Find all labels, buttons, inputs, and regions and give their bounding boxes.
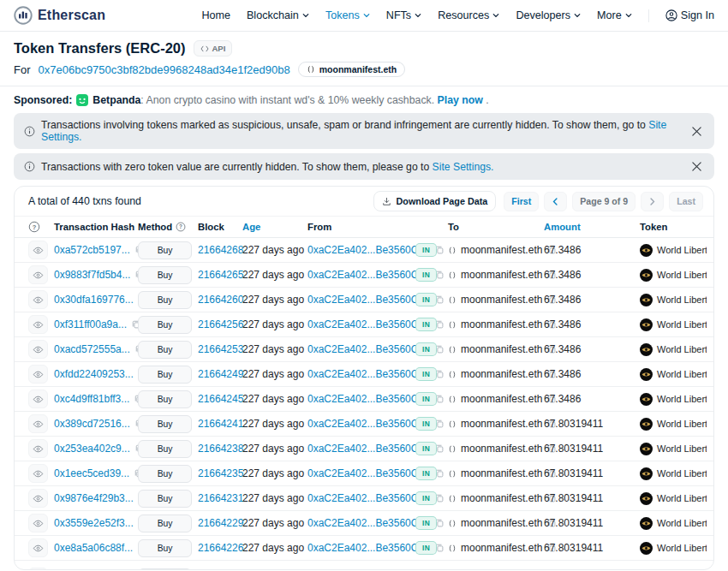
block-link[interactable]: 21664268	[198, 244, 243, 256]
play-now-link[interactable]: Play now	[438, 94, 483, 106]
transaction-hash-link[interactable]: 0x1eec5ced39...	[54, 467, 129, 479]
advertiser-link[interactable]: Betpanda	[92, 94, 140, 106]
transaction-hash-link[interactable]: 0xacd572555a...	[54, 343, 130, 355]
nav-nfts[interactable]: NFTs	[386, 9, 421, 21]
token-name-link[interactable]: World Libert...	[657, 493, 707, 503]
method-badge[interactable]: Buy	[138, 440, 192, 458]
block-link[interactable]: 21664229	[198, 517, 243, 529]
from-address-link[interactable]: 0xaC2Ea402...Be3560C22	[307, 269, 430, 281]
eye-preview-button[interactable]	[28, 365, 48, 384]
method-badge[interactable]: Buy	[138, 266, 192, 284]
address-link[interactable]: 0x7e06bc9750c3bf82bde9968248ad34e1f2ed90…	[39, 63, 290, 76]
from-address-link[interactable]: 0xaC2Ea402...Be3560C22	[307, 517, 430, 529]
method-badge[interactable]: Buy	[138, 341, 192, 359]
token-name-link[interactable]: World Libert...	[657, 294, 707, 305]
method-badge[interactable]: Buy	[138, 490, 192, 508]
block-link[interactable]: 21664260	[198, 294, 243, 306]
transaction-hash-link[interactable]: 0x9883f7fd5b4...	[54, 269, 130, 281]
method-badge[interactable]: Buy	[138, 415, 192, 433]
block-link[interactable]: 21664241	[198, 418, 243, 430]
nav-tokens[interactable]: Tokens	[325, 9, 370, 21]
from-address-link[interactable]: 0xaC2Ea402...Be3560C22	[307, 542, 430, 554]
eye-preview-button[interactable]	[28, 514, 48, 532]
transaction-hash-link[interactable]: 0xf311ff00a9a...	[54, 318, 127, 330]
method-badge[interactable]	[138, 568, 192, 570]
transaction-hash-link[interactable]: 0x30dfa169776...	[54, 294, 134, 306]
block-link[interactable]: 21664231	[198, 492, 243, 504]
token-name-link[interactable]: World Libert...	[657, 245, 707, 255]
nav-blockchain[interactable]: Blockchain	[247, 9, 309, 21]
site-settings-link[interactable]: Site Settings.	[433, 161, 494, 173]
token-name-link[interactable]: World Libert...	[657, 468, 707, 479]
block-link[interactable]: 21664249	[198, 368, 243, 380]
to-ens-link[interactable]: moonmanifest.eth	[461, 517, 542, 529]
nav-more[interactable]: More	[597, 9, 632, 21]
to-ens-link[interactable]: moonmanifest.eth	[461, 343, 542, 355]
from-address-link[interactable]: 0xaC2Ea402...Be3560C22	[307, 244, 430, 256]
transaction-hash-link[interactable]: 0x3559e2e52f3...	[54, 517, 134, 529]
to-ens-link[interactable]: moonmanifest.eth	[461, 467, 542, 479]
pagination-prev-button[interactable]	[544, 192, 567, 211]
token-name-link[interactable]: World Libert...	[657, 419, 707, 429]
block-link[interactable]: 21664226	[198, 542, 243, 554]
block-link[interactable]: 21664265	[198, 269, 243, 281]
sign-in-button[interactable]: Sign In	[665, 9, 714, 21]
download-page-data-button[interactable]: Download Page Data	[373, 191, 497, 211]
to-ens-link[interactable]: moonmanifest.eth	[461, 244, 542, 256]
method-badge[interactable]: Buy	[138, 366, 192, 384]
eye-preview-button[interactable]	[28, 390, 48, 408]
eye-preview-button[interactable]	[28, 241, 48, 259]
token-name-link[interactable]: World Libert...	[657, 443, 707, 454]
close-icon[interactable]	[689, 124, 704, 139]
to-ens-link[interactable]: moonmanifest.eth	[461, 393, 542, 405]
to-ens-link[interactable]: moonmanifest.eth	[461, 294, 542, 306]
token-name-link[interactable]: World Libert...	[657, 543, 707, 553]
from-address-link[interactable]: 0xaC2Ea402...Be3560C22	[307, 443, 430, 455]
token-name-link[interactable]: World Libert...	[657, 394, 707, 404]
close-icon[interactable]	[689, 159, 704, 174]
eye-preview-button[interactable]	[28, 439, 48, 458]
transaction-hash-link[interactable]: 0xc4d9ff81bff3...	[54, 393, 129, 405]
eye-preview-button[interactable]	[28, 568, 48, 569]
from-address-link[interactable]: 0xaC2Ea402...Be3560C22	[307, 343, 430, 355]
transaction-hash-link[interactable]: 0xe8a5a06c88f...	[54, 542, 133, 554]
method-badge[interactable]: Buy	[138, 291, 192, 309]
eye-preview-button[interactable]	[28, 414, 48, 433]
eye-preview-button[interactable]	[28, 340, 48, 359]
token-name-link[interactable]: World Libert...	[657, 369, 707, 379]
etherscan-logo[interactable]: Etherscan	[14, 6, 105, 25]
to-ens-link[interactable]: moonmanifest.eth	[461, 492, 542, 504]
nav-developers[interactable]: Developers	[516, 9, 581, 21]
transaction-hash-link[interactable]: 0xfdd22409253...	[54, 368, 134, 380]
nav-resources[interactable]: Resources	[438, 9, 499, 21]
to-ens-link[interactable]: moonmanifest.eth	[461, 318, 542, 330]
to-ens-link[interactable]: moonmanifest.eth	[461, 269, 542, 281]
to-ens-link[interactable]: moonmanifest.eth	[461, 418, 542, 430]
eye-preview-button[interactable]	[28, 489, 48, 508]
to-ens-link[interactable]: moonmanifest.eth	[461, 542, 542, 554]
ens-name-badge[interactable]: moonmanifest.eth	[298, 62, 405, 77]
eye-preview-button[interactable]	[28, 265, 48, 284]
transaction-hash-link[interactable]: 0xa572cb5197...	[54, 244, 130, 256]
from-address-link[interactable]: 0xaC2Ea402...Be3560C22	[307, 318, 430, 330]
token-name-link[interactable]: World Libert...	[657, 518, 707, 528]
nav-home[interactable]: Home	[201, 9, 230, 21]
eye-preview-button[interactable]	[28, 464, 48, 483]
transaction-hash-link[interactable]: 0x9876e4f29b3...	[54, 492, 134, 504]
method-badge[interactable]: Buy	[138, 514, 192, 532]
block-link[interactable]: 21664235	[198, 467, 243, 479]
from-address-link[interactable]: 0xaC2Ea402...Be3560C22	[307, 368, 430, 380]
eye-preview-button[interactable]	[28, 315, 48, 334]
block-link[interactable]: 21664256	[198, 318, 243, 330]
transaction-hash-link[interactable]: 0x389cd72516...	[54, 418, 130, 430]
column-header-amount[interactable]: Amount	[544, 222, 640, 232]
from-address-link[interactable]: 0xaC2Ea402...Be3560C22	[307, 393, 430, 405]
transaction-hash-link[interactable]: 0x253ea402c9...	[54, 443, 130, 455]
method-badge[interactable]: Buy	[138, 241, 192, 259]
from-address-link[interactable]: 0xaC2Ea402...Be3560C22	[307, 418, 430, 430]
to-ens-link[interactable]: moonmanifest.eth	[461, 443, 542, 455]
from-address-link[interactable]: 0xaC2Ea402...Be3560C22	[307, 467, 430, 479]
token-name-link[interactable]: World Libert...	[657, 319, 707, 330]
pagination-last-button[interactable]: Last	[669, 192, 703, 211]
block-link[interactable]: 21664253	[198, 343, 243, 355]
